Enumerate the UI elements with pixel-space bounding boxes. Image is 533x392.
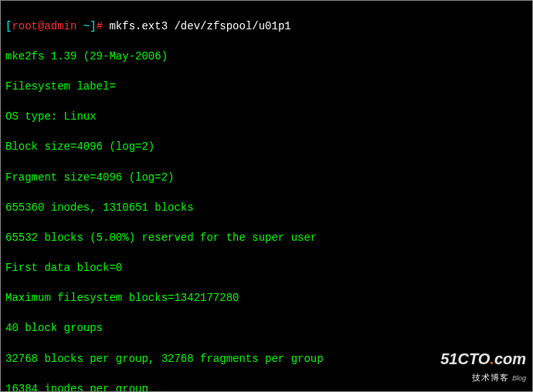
output-line: 65532 blocks (5.00%) reserved for the su… — [5, 231, 528, 246]
prompt-line-1[interactable]: [root@admin ~]# mkfs.ext3 /dev/zfspool/u… — [5, 19, 528, 35]
terminal-output: [root@admin ~]# mkfs.ext3 /dev/zfspool/u… — [5, 4, 528, 392]
watermark-subtitle: 技术博客 Blog — [440, 370, 526, 385]
output-line: OS type: Linux — [5, 110, 528, 125]
output-line: 655360 inodes, 1310651 blocks — [5, 201, 528, 216]
output-line: 40 block groups — [5, 321, 528, 336]
watermark: 51CTO.com 技术博客 Blog — [440, 348, 526, 385]
bracket-close: ] — [90, 20, 96, 32]
output-line: Filesystem label= — [5, 79, 528, 95]
command-text: mkfs.ext3 /dev/zfspool/u01p1 — [109, 20, 290, 32]
output-line: Maximum filesystem blocks=1342177280 — [5, 291, 528, 306]
watermark-logo: 51CTO.com — [440, 348, 526, 370]
prompt-symbol: # — [97, 20, 103, 32]
prompt-tilde: ~ — [83, 20, 90, 32]
output-line: First data block=0 — [5, 261, 528, 276]
prompt-user: root@admin — [12, 20, 83, 32]
output-line: Block size=4096 (log=2) — [5, 140, 528, 155]
output-line: Fragment size=4096 (log=2) — [5, 171, 528, 186]
output-line: mke2fs 1.39 (29-May-2006) — [5, 49, 528, 65]
